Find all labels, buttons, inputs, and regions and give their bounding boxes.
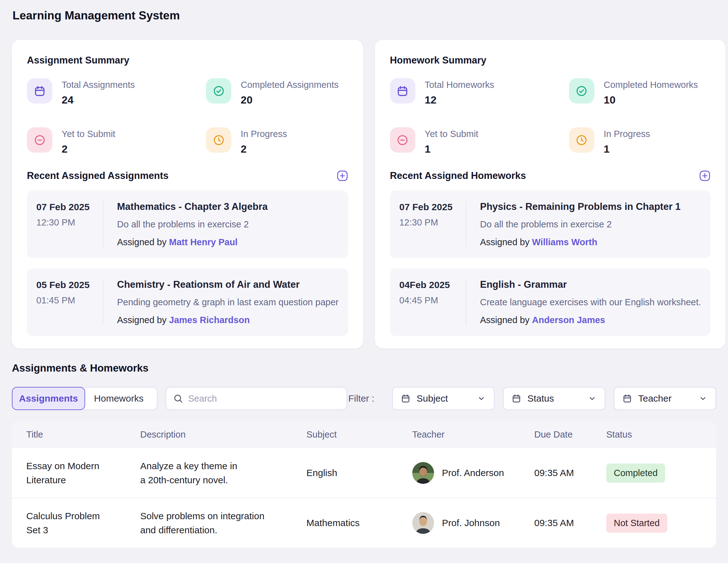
controls-bar: Assignments Homeworks Filter : Subject S… xyxy=(12,387,716,410)
cell-status: Completed xyxy=(606,448,716,498)
stat-value: 24 xyxy=(62,94,135,106)
plus-icon xyxy=(337,170,348,182)
filter-subject-dropdown[interactable]: Subject xyxy=(392,387,495,410)
stat-total-homeworks: Total Homeworks 12 xyxy=(390,78,569,106)
status-badge: Completed xyxy=(606,463,665,483)
cell-subject: Mathematics xyxy=(306,498,412,548)
column-status: Status xyxy=(606,421,716,448)
column-title: Title xyxy=(12,421,140,448)
stat-value: 2 xyxy=(62,143,115,155)
item-title: Chemistry - Reationsm of Air and Water xyxy=(117,279,339,290)
stat-value: 12 xyxy=(425,94,494,106)
tab-homeworks[interactable]: Homeworks xyxy=(80,387,157,410)
calendar-icon xyxy=(390,78,415,104)
table-row: Calculus Problem Set 3 Solve problems on… xyxy=(12,498,716,548)
card-title: Homework Summary xyxy=(390,55,710,66)
column-description: Description xyxy=(140,421,306,448)
stat-label: Yet to Submit xyxy=(425,127,478,139)
section-title: Assignments & Homeworks xyxy=(12,362,716,374)
cell-subject: English xyxy=(306,448,412,498)
cell-due-date: 09:35 AM xyxy=(534,448,606,498)
search-input[interactable] xyxy=(188,393,340,404)
column-due-date: Due Date xyxy=(534,421,606,448)
assigned-by-label: Assigned by xyxy=(480,315,530,325)
assigned-by-name[interactable]: Williams Worth xyxy=(532,237,597,247)
check-circle-icon xyxy=(206,78,231,104)
filter-label: Filter : xyxy=(348,393,374,404)
search-box[interactable] xyxy=(166,387,347,410)
stat-label: Yet to Submit xyxy=(62,127,115,139)
item-description: Pending geometry & graph in last exam qu… xyxy=(117,297,339,307)
assignment-item: 05 Feb 2025 01:45 PM Chemistry - Reation… xyxy=(27,269,348,336)
recent-title: Recent Assigned Homeworks xyxy=(390,170,526,182)
teacher-name: Prof. Johnson xyxy=(442,518,500,528)
stat-label: Completed Assignments xyxy=(241,78,339,90)
chevron-down-icon xyxy=(699,394,707,403)
calendar-icon xyxy=(623,394,632,403)
dropdown-label: Teacher xyxy=(638,393,672,404)
page-title: Learning Management System xyxy=(13,9,716,23)
assigned-by-label: Assigned by xyxy=(480,237,530,247)
stat-value: 1 xyxy=(425,143,478,155)
lms-dashboard: Learning Management System Assignment Su… xyxy=(0,0,728,548)
table-header-row: Title Description Subject Teacher Due Da… xyxy=(12,421,716,448)
column-subject: Subject xyxy=(306,421,412,448)
item-title: English - Grammar xyxy=(480,279,701,290)
assigned-by-name[interactable]: James Richardson xyxy=(169,315,250,325)
filter-status-dropdown[interactable]: Status xyxy=(503,387,605,410)
teacher-name: Prof. Anderson xyxy=(442,468,504,478)
item-title: Physics - Remaining Problems in Chapter … xyxy=(480,201,681,213)
filter-teacher-dropdown[interactable]: Teacher xyxy=(614,387,716,410)
minus-circle-icon xyxy=(390,127,415,153)
stat-value: 20 xyxy=(241,94,339,106)
recent-assignments-list: 07 Feb 2025 12:30 PM Mathematics - Chapt… xyxy=(27,191,348,336)
assignment-summary-card: Assignment Summary Total Assignments 24 xyxy=(12,40,363,348)
item-time: 12:30 PM xyxy=(36,218,103,228)
status-badge: Not Started xyxy=(606,514,667,533)
calendar-icon xyxy=(401,394,410,403)
dropdown-label: Subject xyxy=(417,393,448,404)
homework-summary-card: Homework Summary Total Homeworks 12 xyxy=(375,40,725,348)
calendar-icon xyxy=(512,394,521,403)
item-date: 05 Feb 2025 xyxy=(36,280,103,290)
item-time: 04:45 PM xyxy=(399,295,466,305)
item-time: 12:30 PM xyxy=(399,218,466,228)
cell-title: Calculus Problem Set 3 xyxy=(12,498,140,548)
stat-value: 1 xyxy=(604,143,650,155)
clock-icon xyxy=(206,127,231,153)
column-teacher: Teacher xyxy=(412,421,534,448)
check-circle-icon xyxy=(569,78,594,104)
tab-assignments[interactable]: Assignments xyxy=(12,387,85,410)
add-homework-button[interactable] xyxy=(699,170,710,182)
assignment-item: 07 Feb 2025 12:30 PM Mathematics - Chapt… xyxy=(27,191,348,258)
recent-title: Recent Assigned Assignments xyxy=(27,170,168,182)
item-time: 01:45 PM xyxy=(36,295,103,305)
assigned-by-name[interactable]: Matt Henry Paul xyxy=(169,237,238,247)
cell-teacher: Prof. Johnson xyxy=(412,498,534,548)
cell-description: Analyze a key theme in a 20th-century no… xyxy=(140,448,306,498)
item-date: 07 Feb 2025 xyxy=(399,202,466,213)
assigned-by-label: Assigned by xyxy=(117,237,167,247)
add-assignment-button[interactable] xyxy=(337,170,348,182)
cell-title: Essay on Modern Literature xyxy=(12,448,140,498)
recent-homeworks-list: 07 Feb 2025 12:30 PM Physics - Remaining… xyxy=(390,191,710,336)
clock-icon xyxy=(569,127,594,153)
item-description: Do all the problems in exercise 2 xyxy=(117,219,268,230)
stat-completed-assignments: Completed Assignments 20 xyxy=(206,78,348,106)
homework-item: 07 Feb 2025 12:30 PM Physics - Remaining… xyxy=(390,191,710,258)
teacher-avatar xyxy=(412,512,434,534)
cell-due-date: 09:35 AM xyxy=(534,498,606,548)
item-date: 04Feb 2025 xyxy=(399,280,466,290)
assigned-by-name[interactable]: Anderson James xyxy=(532,315,605,325)
homework-item: 04Feb 2025 04:45 PM English - Grammar Cr… xyxy=(390,269,710,336)
stat-label: Completed Homeworks xyxy=(604,78,698,90)
stat-in-progress: In Progress 2 xyxy=(206,127,348,155)
search-icon xyxy=(173,393,183,403)
summary-grid: Assignment Summary Total Assignments 24 xyxy=(12,40,716,348)
cell-status: Not Started xyxy=(606,498,716,548)
item-description: Create language exercises with our Engli… xyxy=(480,297,701,307)
stat-label: Total Assignments xyxy=(62,78,135,90)
table-row: Essay on Modern Literature Analyze a key… xyxy=(12,448,716,498)
stat-value: 2 xyxy=(241,143,287,155)
stats: Total Assignments 24 Completed Assignmen… xyxy=(27,78,348,155)
